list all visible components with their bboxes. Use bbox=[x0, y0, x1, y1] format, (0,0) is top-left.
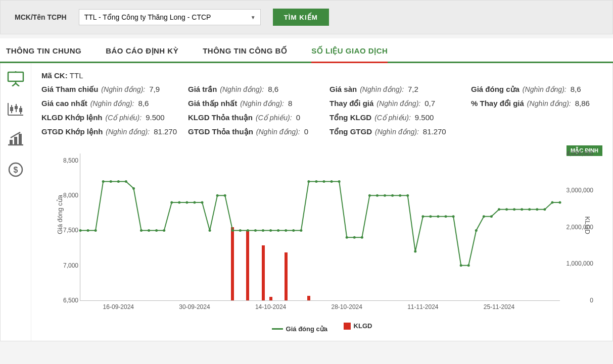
svg-point-37 bbox=[216, 194, 219, 197]
svg-point-78 bbox=[528, 208, 531, 211]
svg-point-59 bbox=[384, 194, 386, 197]
stock-select[interactable]: TTL - Tổng Công ty Thăng Long - CTCP bbox=[79, 9, 261, 25]
metric-7: % Thay đổi giá(Nghìn đồng):8,86 bbox=[471, 99, 602, 108]
ytick-left: 7,500 bbox=[56, 227, 78, 234]
svg-point-55 bbox=[353, 236, 356, 239]
svg-point-56 bbox=[361, 236, 363, 239]
svg-point-20 bbox=[87, 229, 89, 232]
svg-point-27 bbox=[140, 229, 143, 232]
ytick-left: 8,000 bbox=[56, 192, 78, 199]
svg-point-74 bbox=[498, 208, 500, 211]
metric-6: Thay đổi giá(Nghìn đồng):0,7 bbox=[329, 99, 466, 108]
svg-point-34 bbox=[193, 201, 196, 204]
svg-point-73 bbox=[490, 215, 493, 218]
plot-area[interactable]: 6,5007,0007,5008,0008,50001,000,0002,000… bbox=[80, 153, 560, 301]
svg-point-44 bbox=[269, 229, 272, 232]
svg-point-46 bbox=[285, 229, 287, 232]
metric-0: Giá Tham chiếu(Nghìn đồng):7,9 bbox=[41, 85, 183, 94]
candlestick-icon[interactable] bbox=[7, 102, 24, 118]
svg-point-22 bbox=[102, 180, 105, 183]
svg-rect-12 bbox=[19, 108, 22, 112]
svg-point-21 bbox=[95, 229, 97, 232]
svg-point-65 bbox=[429, 215, 432, 218]
metric-2: Giá sàn(Nghìn đồng):7,2 bbox=[329, 85, 466, 94]
svg-point-66 bbox=[437, 215, 439, 218]
xtick: 25-11-2024 bbox=[484, 303, 514, 310]
metric-5: Giá thấp nhất(Nghìn đồng):8 bbox=[188, 99, 324, 108]
ytick-right: 3,000,000 bbox=[562, 187, 593, 194]
metric-12: GTGD Khớp lệnh(Nghìn đồng):81.270 bbox=[41, 127, 183, 136]
xtick: 14-10-2024 bbox=[255, 303, 286, 310]
bar-chart-icon[interactable] bbox=[7, 132, 24, 147]
svg-point-62 bbox=[406, 194, 409, 197]
svg-point-58 bbox=[376, 194, 379, 197]
svg-point-32 bbox=[178, 201, 180, 204]
svg-point-19 bbox=[79, 229, 82, 232]
svg-point-40 bbox=[239, 229, 242, 232]
svg-rect-14 bbox=[10, 140, 13, 145]
main-panel: Mã CK: TTL Giá Tham chiếu(Nghìn đồng):7,… bbox=[31, 63, 612, 341]
svg-point-64 bbox=[421, 215, 424, 218]
svg-point-31 bbox=[170, 201, 173, 204]
svg-point-57 bbox=[368, 194, 371, 197]
presentation-icon[interactable] bbox=[7, 71, 24, 88]
metric-4: Giá cao nhất(Nghìn đồng):8,6 bbox=[41, 99, 183, 108]
svg-point-43 bbox=[262, 229, 264, 232]
svg-point-29 bbox=[155, 229, 158, 232]
svg-point-51 bbox=[323, 180, 325, 183]
stock-code-row: Mã CK: TTL bbox=[41, 71, 602, 80]
search-button[interactable]: TÌM KIẾM bbox=[273, 9, 329, 26]
svg-point-24 bbox=[117, 180, 120, 183]
svg-rect-16 bbox=[19, 134, 22, 145]
tab-2[interactable]: THÔNG TIN CÔNG BỐ bbox=[203, 38, 287, 63]
dollar-icon[interactable]: $ bbox=[8, 162, 24, 179]
legend: Giá đóng cửa KLGD bbox=[41, 322, 602, 333]
line-swatch-icon bbox=[272, 328, 283, 330]
svg-point-42 bbox=[254, 229, 257, 232]
svg-point-52 bbox=[331, 180, 333, 183]
svg-point-61 bbox=[399, 194, 401, 197]
svg-point-50 bbox=[315, 180, 317, 183]
svg-point-71 bbox=[475, 229, 478, 232]
svg-point-53 bbox=[338, 180, 341, 183]
svg-point-47 bbox=[292, 229, 295, 232]
metric-11 bbox=[471, 113, 602, 122]
legend-item-price[interactable]: Giá đóng cửa bbox=[272, 325, 327, 333]
metric-13: GTGD Thỏa thuận(Nghìn đồng):0 bbox=[188, 127, 324, 136]
content: $ Mã CK: TTL Giá Tham chiếu(Nghìn đồng):… bbox=[0, 63, 613, 341]
tab-3[interactable]: SỐ LIỆU GIAO DỊCH bbox=[311, 38, 388, 63]
xtick: 11-11-2024 bbox=[407, 303, 438, 310]
ytick-left: 8,500 bbox=[56, 157, 78, 164]
svg-point-38 bbox=[224, 194, 226, 197]
svg-rect-8 bbox=[10, 107, 13, 111]
svg-rect-10 bbox=[15, 106, 18, 109]
svg-point-28 bbox=[148, 229, 150, 232]
chart-wrap: MẶC ĐỊNH Giá đóng cửa KLGD 6,5007,0007,5… bbox=[41, 148, 602, 333]
svg-point-79 bbox=[536, 208, 538, 211]
svg-point-39 bbox=[231, 229, 234, 232]
svg-point-77 bbox=[521, 208, 523, 211]
tab-1[interactable]: BÁO CÁO ĐỊNH KỲ bbox=[106, 38, 178, 63]
svg-point-81 bbox=[551, 201, 553, 204]
mack-value: TTL bbox=[70, 71, 83, 80]
metric-1: Giá trần(Nghìn đồng):8,6 bbox=[188, 85, 324, 94]
svg-point-75 bbox=[505, 208, 508, 211]
tab-0[interactable]: THÔNG TIN CHUNG bbox=[6, 38, 81, 63]
svg-point-63 bbox=[414, 250, 416, 253]
svg-text:$: $ bbox=[14, 166, 18, 174]
xtick: 28-10-2024 bbox=[332, 303, 362, 310]
metric-8: KLGD Khớp lệnh(Cổ phiếu):9.500 bbox=[41, 113, 183, 122]
xtick: 30-09-2024 bbox=[179, 303, 210, 310]
svg-point-30 bbox=[163, 229, 165, 232]
svg-point-23 bbox=[110, 180, 112, 183]
stock-select-wrap: TTL - Tổng Công ty Thăng Long - CTCP ▼ bbox=[79, 9, 261, 25]
legend-item-volume[interactable]: KLGD bbox=[344, 322, 372, 330]
svg-point-60 bbox=[391, 194, 394, 197]
svg-point-69 bbox=[460, 264, 462, 267]
svg-point-35 bbox=[201, 201, 204, 204]
svg-line-4 bbox=[16, 83, 19, 86]
box-swatch-icon bbox=[344, 323, 351, 330]
ytick-left: 6,500 bbox=[56, 297, 78, 304]
ytick-right: 0 bbox=[562, 297, 593, 304]
svg-point-68 bbox=[452, 215, 455, 218]
